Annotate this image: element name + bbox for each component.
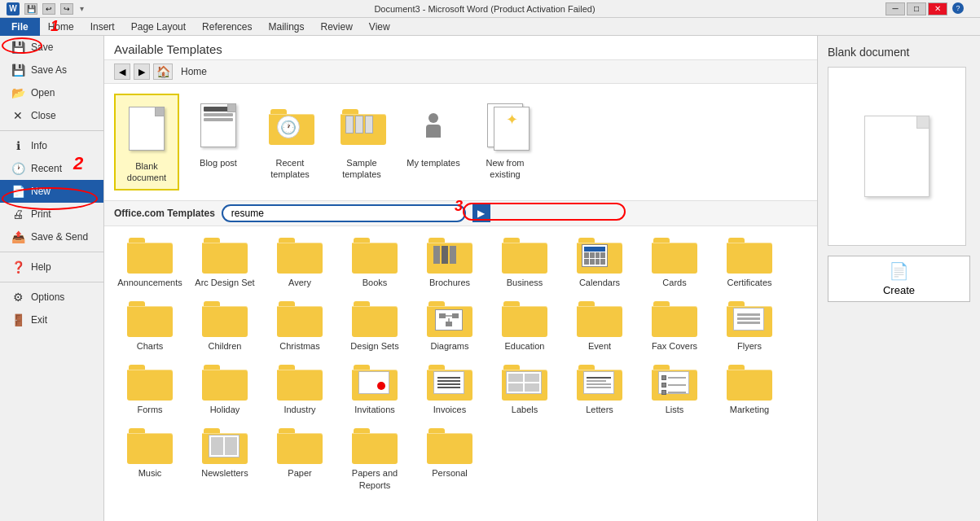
sidebar-item-options[interactable]: ⚙ Options bbox=[0, 286, 103, 309]
menu-references[interactable]: References bbox=[194, 18, 260, 36]
new-from-existing-item[interactable]: ✦ New from existing bbox=[472, 94, 538, 190]
title-bar-title: Document3 - Microsoft Word (Product Acti… bbox=[374, 4, 595, 14]
business-label: Business bbox=[507, 277, 543, 288]
folder-brochures[interactable]: Brochures bbox=[414, 233, 486, 293]
save-as-icon: 💾 bbox=[10, 63, 26, 77]
labels-folder-icon bbox=[502, 365, 547, 401]
quick-save-btn[interactable]: 💾 bbox=[24, 3, 37, 15]
folder-invoices[interactable]: Invoices bbox=[414, 360, 486, 420]
folder-invitations[interactable]: Invitations bbox=[339, 360, 411, 420]
blog-line-2 bbox=[204, 113, 233, 116]
folder-holiday[interactable]: Holiday bbox=[189, 360, 261, 420]
folder-event[interactable]: Event bbox=[564, 296, 635, 357]
fl-l2 bbox=[737, 317, 760, 320]
folder-announcements[interactable]: Announcements bbox=[114, 233, 186, 293]
folder-charts[interactable]: Charts bbox=[114, 296, 186, 357]
folder-forms[interactable]: Forms bbox=[114, 360, 186, 420]
arc-label: Arc Design Set bbox=[195, 277, 254, 288]
sidebar-item-new[interactable]: 📄 New bbox=[0, 180, 103, 203]
folder-certificates[interactable]: Certificates bbox=[714, 233, 785, 293]
menu-page-layout[interactable]: Page Layout bbox=[123, 18, 194, 36]
sidebar-item-recent[interactable]: 🕐 Recent bbox=[0, 157, 103, 180]
cal-c5 bbox=[584, 259, 589, 265]
undo-btn[interactable]: ↩ bbox=[42, 3, 55, 15]
folder-labels[interactable]: Labels bbox=[489, 360, 560, 420]
folder-fax-covers[interactable]: Fax Covers bbox=[639, 296, 710, 357]
s-doc-1 bbox=[345, 116, 354, 134]
help-icon[interactable]: ? bbox=[952, 2, 964, 14]
sidebar-item-save-send[interactable]: 📤 Save & Send bbox=[0, 225, 103, 248]
sidebar-item-open[interactable]: 📂 Open bbox=[0, 81, 103, 104]
blank-doc-template[interactable]: Blank document bbox=[114, 94, 179, 190]
folder-newsletters[interactable]: Newsletters bbox=[189, 423, 261, 496]
save-send-label: Save & Send bbox=[31, 231, 88, 243]
search-button[interactable]: ▶ bbox=[472, 204, 490, 222]
menu-insert[interactable]: Insert bbox=[82, 18, 123, 36]
folder-diagrams[interactable]: Diagrams bbox=[414, 296, 486, 357]
blog-post-template[interactable]: Blog post bbox=[186, 94, 251, 190]
folder-cards[interactable]: Cards bbox=[639, 233, 710, 293]
letters-label: Letters bbox=[586, 404, 613, 415]
invoices-label: Invoices bbox=[433, 404, 466, 415]
sidebar-item-help[interactable]: ❓ Help bbox=[0, 256, 103, 278]
sample-templates-icon-wrapper bbox=[336, 97, 388, 154]
sample-templates-item[interactable]: Sample templates bbox=[329, 94, 394, 190]
sidebar-item-save-as[interactable]: 💾 Save As bbox=[0, 59, 103, 81]
sidebar-item-save[interactable]: 💾 Save bbox=[0, 36, 103, 59]
folder-letters[interactable]: Letters bbox=[564, 360, 635, 420]
nav-home-btn[interactable]: 🏠 bbox=[153, 63, 173, 80]
nav-back-btn[interactable]: ◀ bbox=[114, 63, 130, 80]
menu-review[interactable]: Review bbox=[312, 18, 360, 36]
maximize-btn[interactable]: □ bbox=[907, 2, 926, 15]
design-sets-folder-icon bbox=[352, 301, 398, 337]
inv-inner bbox=[358, 371, 389, 394]
folder-paper[interactable]: Paper bbox=[264, 423, 336, 496]
customize-btn[interactable]: ▾ bbox=[77, 4, 84, 13]
menu-view[interactable]: View bbox=[361, 18, 398, 36]
minimize-btn[interactable]: ─ bbox=[886, 2, 905, 15]
close-btn[interactable]: ✕ bbox=[928, 2, 947, 15]
folder-personal[interactable]: Personal bbox=[414, 423, 486, 496]
personal-label: Personal bbox=[432, 467, 467, 479]
sidebar-item-print[interactable]: 🖨 Print bbox=[0, 203, 103, 225]
li-line1 bbox=[668, 377, 686, 379]
folder-christmas[interactable]: Christmas bbox=[264, 296, 336, 357]
file-menu[interactable]: File bbox=[0, 18, 40, 36]
folder-avery[interactable]: Avery bbox=[264, 233, 336, 293]
folder-lists[interactable]: Lists bbox=[639, 360, 710, 420]
invitations-folder-icon bbox=[352, 365, 398, 401]
folder-papers-reports[interactable]: Papers and Reports bbox=[339, 423, 411, 496]
nav-forward-btn[interactable]: ▶ bbox=[134, 63, 150, 80]
folder-industry[interactable]: Industry bbox=[264, 360, 336, 420]
folder-books[interactable]: Books bbox=[339, 233, 411, 293]
top-templates-row: Blank document Blog post bbox=[104, 84, 817, 201]
li-cb2 bbox=[661, 383, 666, 387]
recent-templates-item[interactable]: 🕐 Recent templates bbox=[257, 94, 323, 190]
folder-marketing[interactable]: Marketing bbox=[714, 360, 785, 420]
menu-home[interactable]: Home bbox=[40, 18, 82, 36]
create-button[interactable]: 📄 Create bbox=[828, 256, 970, 302]
create-icon: 📄 bbox=[889, 261, 909, 281]
folder-business[interactable]: Business bbox=[489, 233, 560, 293]
folder-children[interactable]: Children bbox=[189, 296, 261, 357]
folder-design-sets[interactable]: Design Sets bbox=[339, 296, 411, 357]
folder-arc-design[interactable]: Arc Design Set bbox=[189, 233, 261, 293]
folder-calendars[interactable]: Calendars bbox=[564, 233, 635, 293]
sidebar-item-info[interactable]: ℹ Info bbox=[0, 134, 103, 157]
cards-label: Cards bbox=[662, 277, 686, 288]
my-templates-item[interactable]: My templates bbox=[401, 94, 466, 190]
menu-bar: File Home Insert Page Layout References … bbox=[0, 18, 980, 36]
sidebar-item-close[interactable]: ✕ Close bbox=[0, 104, 103, 127]
certificates-folder-icon bbox=[727, 238, 772, 274]
nl-col1 bbox=[211, 437, 223, 455]
redo-btn[interactable]: ↪ bbox=[60, 3, 73, 15]
christmas-folder-icon bbox=[277, 301, 323, 337]
folder-education[interactable]: Education bbox=[489, 296, 560, 357]
exit-icon: 🚪 bbox=[10, 313, 26, 326]
sample-folder-icon bbox=[341, 109, 383, 142]
sidebar-item-exit[interactable]: 🚪 Exit bbox=[0, 309, 103, 331]
search-input[interactable] bbox=[222, 204, 466, 222]
menu-mailings[interactable]: Mailings bbox=[260, 18, 312, 36]
folder-music[interactable]: Music bbox=[114, 423, 186, 496]
folder-flyers[interactable]: Flyers bbox=[714, 296, 785, 357]
